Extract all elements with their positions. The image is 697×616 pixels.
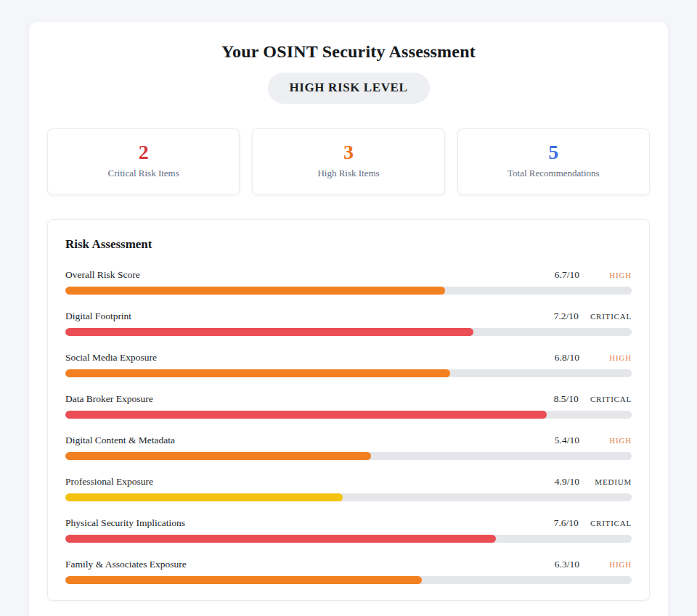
risk-row-label: Social Media Exposure (65, 352, 157, 364)
risk-row-label: Digital Footprint (65, 311, 131, 322)
risk-row-score: 6.7/10 (555, 269, 579, 281)
risk-row-severity-badge: CRITICAL (590, 395, 632, 403)
risk-row-severity-badge: HIGH (591, 353, 632, 362)
risk-row-severity-badge: HIGH (591, 436, 632, 445)
risk-level-badge-container: HIGH RISK LEVEL (47, 73, 650, 104)
risk-assessment-section: Risk Assessment Overall Risk Score 6.7/1… (47, 219, 650, 601)
summary-stats-row: 2 Critical Risk Items 3 High Risk Items … (47, 128, 650, 195)
risk-row-label: Digital Content & Metadata (65, 435, 175, 446)
risk-row-family-associates-exposure: Family & Associates Exposure 6.3/10 HIGH (65, 559, 632, 584)
risk-row-score: 5.4/10 (555, 435, 579, 446)
risk-progress-fill (65, 369, 450, 377)
risk-row-digital-footprint: Digital Footprint 7.2/10 CRITICAL (65, 311, 632, 336)
risk-progress-track (65, 535, 632, 543)
risk-progress-track (65, 411, 632, 419)
critical-risk-label: Critical Risk Items (48, 168, 239, 179)
risk-row-severity-badge: HIGH (591, 560, 632, 569)
risk-row-label: Family & Associates Exposure (65, 559, 187, 570)
total-recommendations-count: 5 (458, 141, 649, 163)
risk-row-label: Data Broker Exposure (65, 393, 153, 405)
stat-card-total-recommendations: 5 Total Recommendations (457, 128, 650, 195)
risk-row-score: 7.6/10 (554, 517, 579, 529)
assessment-report-card: Your OSINT Security Assessment HIGH RISK… (29, 22, 668, 616)
risk-progress-fill (65, 287, 445, 295)
risk-progress-fill (65, 452, 371, 460)
high-risk-count: 3 (253, 141, 444, 163)
risk-progress-fill (65, 328, 473, 336)
stat-card-high-risk-items: 3 High Risk Items (252, 128, 444, 195)
risk-row-severity-badge: HIGH (591, 271, 632, 279)
risk-row-score: 7.2/10 (554, 311, 579, 322)
risk-progress-track (65, 328, 632, 336)
risk-progress-track (65, 369, 632, 377)
risk-row-label: Overall Risk Score (65, 269, 140, 281)
risk-progress-fill (65, 493, 343, 501)
total-recommendations-label: Total Recommendations (458, 168, 649, 179)
high-risk-label: High Risk Items (253, 168, 444, 179)
risk-assessment-heading: Risk Assessment (65, 237, 632, 252)
stat-card-critical-risk-items: 2 Critical Risk Items (47, 128, 240, 195)
risk-progress-track (65, 452, 632, 460)
risk-row-overall-risk-score: Overall Risk Score 6.7/10 HIGH (65, 269, 632, 295)
risk-row-score: 6.3/10 (555, 559, 579, 570)
risk-row-professional-exposure: Professional Exposure 4.9/10 MEDIUM (65, 476, 632, 501)
risk-level-badge: HIGH RISK LEVEL (268, 73, 430, 104)
risk-row-label: Professional Exposure (65, 476, 153, 488)
risk-progress-track (65, 493, 632, 501)
risk-progress-track (65, 576, 632, 584)
risk-row-label: Physical Security Implications (65, 517, 185, 529)
risk-progress-fill (65, 576, 422, 584)
risk-row-score: 8.5/10 (554, 393, 579, 405)
risk-progress-fill (65, 535, 496, 543)
risk-row-score: 4.9/10 (555, 476, 579, 488)
risk-row-social-media-exposure: Social Media Exposure 6.8/10 HIGH (65, 352, 632, 377)
risk-row-data-broker-exposure: Data Broker Exposure 8.5/10 CRITICAL (65, 393, 632, 419)
risk-row-severity-badge: CRITICAL (590, 312, 632, 321)
risk-row-score: 6.8/10 (555, 352, 579, 364)
risk-row-digital-content-metadata: Digital Content & Metadata 5.4/10 HIGH (65, 435, 632, 460)
risk-row-physical-security-implications: Physical Security Implications 7.6/10 CR… (65, 517, 632, 543)
critical-risk-count: 2 (48, 141, 239, 163)
risk-progress-track (65, 287, 632, 295)
page-title: Your OSINT Security Assessment (47, 42, 650, 62)
risk-row-severity-badge: MEDIUM (591, 477, 632, 486)
risk-row-severity-badge: CRITICAL (590, 519, 632, 527)
risk-progress-fill (65, 411, 547, 419)
